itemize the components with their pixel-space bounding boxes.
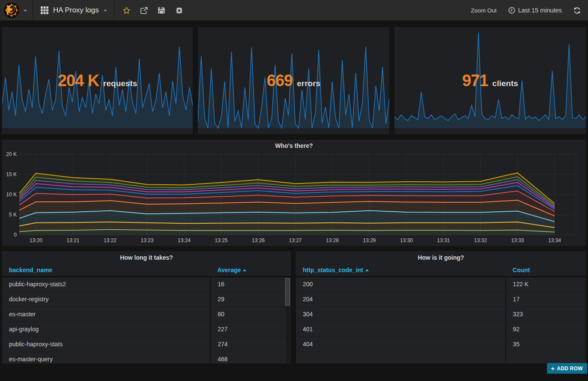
dashboard-body: 204 K requests 669 errors 971 clients Wh… <box>0 21 588 381</box>
gear-icon[interactable] <box>176 7 183 14</box>
x-axis-tick: 13:31 <box>437 237 450 243</box>
stat-panel-clients: 971 clients <box>394 27 586 134</box>
clients-value: 971 <box>462 72 488 90</box>
table-panel-title[interactable]: How long it takes? <box>2 251 291 264</box>
zoom-out-button[interactable]: Zoom Out <box>471 7 497 14</box>
y-axis-tick: 5 K <box>9 212 17 218</box>
table-cell: 404 <box>296 341 505 348</box>
clients-label: clients <box>492 79 518 88</box>
x-axis-tick: 13:30 <box>400 237 413 243</box>
table-cell: public-haproxy-stats2 <box>2 281 210 288</box>
graph-panel-whos-there: Who's there? 05 K10 K15 K20 K13:2013:211… <box>2 140 586 246</box>
table-cell: 200 <box>296 281 505 288</box>
table-cell: 274 <box>210 337 291 351</box>
x-axis-tick: 13:20 <box>30 237 42 243</box>
x-axis-tick: 13:22 <box>104 237 116 243</box>
dashboard-dropdown-caret-icon <box>104 10 107 12</box>
y-axis-tick: 10 K <box>6 192 17 198</box>
x-axis-tick: 13:23 <box>140 237 153 243</box>
table-cell: 227 <box>210 322 291 336</box>
table-cell: 17 <box>505 292 586 306</box>
table-cell <box>505 352 586 363</box>
table-panel-how-is-it-going: How is it going? http_status_code_intCou… <box>296 251 586 363</box>
column-header-label: Count <box>513 267 530 273</box>
table-cell: 122 K <box>505 277 586 291</box>
plus-icon: + <box>551 365 555 372</box>
table-cell: 16 <box>210 277 291 291</box>
table-row: es-master-query468 <box>2 352 291 363</box>
add-row-label: ADD ROW <box>557 366 583 372</box>
table-cell: 323 <box>505 307 586 321</box>
table-panel-title[interactable]: How is it going? <box>296 251 586 264</box>
requests-label: requests <box>103 79 137 88</box>
column-header-label: Average <box>218 267 241 273</box>
column-header-Count[interactable]: Count <box>506 267 586 273</box>
table-row: 40435 <box>296 337 586 351</box>
requests-value: 204 K <box>58 72 99 90</box>
x-axis-tick: 13:33 <box>511 237 524 243</box>
sort-asc-icon <box>243 269 246 271</box>
x-axis-tick: 13:25 <box>215 237 227 243</box>
y-axis-tick: 15 K <box>6 171 17 177</box>
add-row-button[interactable]: + ADD ROW <box>547 363 587 374</box>
table-row: es-master80 <box>2 307 291 321</box>
time-range-picker[interactable]: Last 15 minutes <box>508 7 562 14</box>
x-axis-tick: 13:26 <box>252 237 265 243</box>
table-row: 20417 <box>296 292 586 306</box>
x-axis-tick: 13:27 <box>289 237 301 243</box>
table-row <box>296 352 586 363</box>
table-row: 304323 <box>296 307 586 321</box>
table-row: 40192 <box>296 322 586 336</box>
x-axis-tick: 13:21 <box>66 237 79 243</box>
dashboard-grid-icon <box>41 6 48 14</box>
x-axis-tick: 13:28 <box>326 237 339 243</box>
table-cell: 468 <box>210 352 291 363</box>
table-cell: 401 <box>296 326 505 333</box>
stat-panel-errors: 669 errors <box>198 27 389 134</box>
table-row: 200122 K <box>296 277 586 291</box>
navbar: HA Proxy logs <box>0 0 588 21</box>
table-cell: 304 <box>296 311 505 318</box>
dashboard-title: HA Proxy logs <box>53 6 99 15</box>
table-cell: docker-registry <box>2 296 210 303</box>
grafana-logo-menu[interactable] <box>0 0 33 21</box>
table-row: public-haproxy-stats274 <box>2 337 291 351</box>
share-icon[interactable] <box>140 7 148 14</box>
errors-label: errors <box>297 79 320 88</box>
star-icon[interactable] <box>123 7 130 14</box>
column-header-Average[interactable]: Average <box>211 267 291 273</box>
table-cell: 29 <box>210 292 291 306</box>
table-panel-how-long: How long it takes? backend_nameAverage p… <box>2 251 291 363</box>
clock-icon <box>508 7 515 14</box>
column-header-label: backend_name <box>9 267 52 273</box>
dashboard-title-menu[interactable]: HA Proxy logs <box>33 0 114 21</box>
scrollbar-thumb[interactable] <box>285 278 290 306</box>
stat-panel-requests: 204 K requests <box>2 27 193 134</box>
refresh-icon[interactable] <box>573 7 581 14</box>
sort-asc-icon <box>365 269 369 271</box>
time-range-label: Last 15 minutes <box>518 7 562 14</box>
table-cell: 80 <box>210 307 291 321</box>
x-axis-tick: 13:32 <box>474 237 487 243</box>
column-header-backend_name[interactable]: backend_name <box>2 267 211 273</box>
save-icon[interactable] <box>158 7 165 14</box>
errors-value: 669 <box>267 72 293 90</box>
table-cell: api-graylog <box>2 326 210 333</box>
grafana-logo-icon <box>3 2 20 18</box>
table-row: public-haproxy-stats216 <box>2 277 291 291</box>
table-cell: 92 <box>505 322 586 336</box>
table-cell: 35 <box>505 337 586 351</box>
table-cell: public-haproxy-stats <box>2 341 210 348</box>
y-axis-tick: 0 <box>14 232 17 238</box>
whos-there-chart[interactable]: 05 K10 K15 K20 K13:2013:2113:2213:2313:2… <box>2 150 586 246</box>
table-cell: 204 <box>296 296 505 303</box>
table-row: api-graylog227 <box>2 322 291 336</box>
x-axis-tick: 13:29 <box>363 237 376 243</box>
column-header-http_status_code_int[interactable]: http_status_code_int <box>296 267 506 273</box>
y-axis-tick: 20 K <box>6 151 17 157</box>
table-cell: es-master <box>2 311 210 318</box>
x-axis-tick: 13:24 <box>178 237 191 243</box>
x-axis-tick: 13:34 <box>548 237 561 243</box>
logo-dropdown-caret-icon <box>24 10 27 12</box>
table-row: docker-registry29 <box>2 292 291 306</box>
